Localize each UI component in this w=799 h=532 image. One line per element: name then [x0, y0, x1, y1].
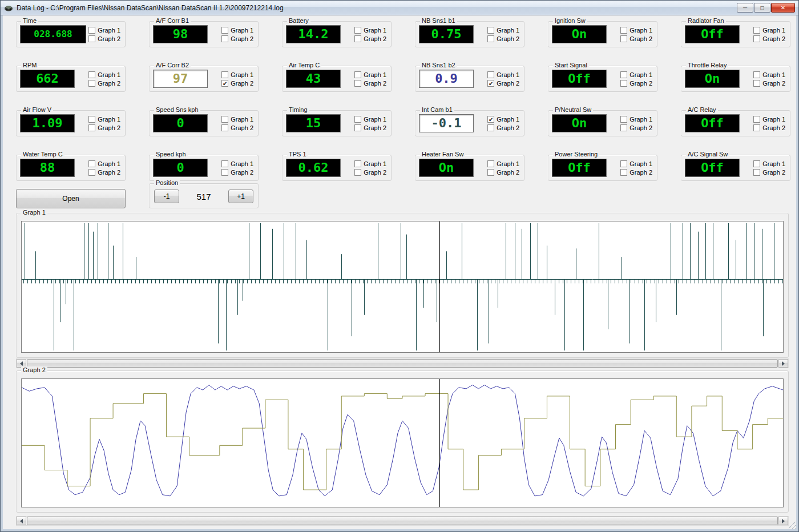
gauge-a-c-signal-sw: A/C Signal Sw Off Graph 1 Graph 2 — [681, 155, 790, 181]
gauge-start-signal: Start Signal Off Graph 1 Graph 2 — [548, 66, 657, 92]
checkbox-graph-2-radiator-fan[interactable]: Graph 2 — [753, 35, 785, 42]
checkbox-graph-1-throttle-relay[interactable]: Graph 1 — [753, 71, 785, 78]
minimize-button-icon[interactable]: ─ — [737, 3, 753, 13]
titlebar[interactable]: Data Log - C:\Program Files\Nissan DataS… — [1, 1, 798, 15]
resize-grip[interactable] — [788, 521, 796, 529]
checkbox-icon — [221, 27, 228, 34]
checkbox-graph-1-water-temp-c[interactable]: Graph 1 — [88, 160, 120, 167]
scroll-right-arrow-icon[interactable] — [778, 359, 788, 368]
checkbox-icon — [753, 71, 760, 78]
gauge-label: A/C Signal Sw — [686, 151, 729, 158]
graph1-scrollbar[interactable] — [16, 358, 789, 368]
checkbox-icon — [487, 169, 494, 176]
gauge-time: Time 028.688 Graph 1 Graph 2 — [16, 21, 126, 47]
gauge-value: 0.62 — [298, 162, 329, 174]
checkbox-graph-2-start-signal[interactable]: Graph 2 — [620, 80, 652, 87]
graph2-scrollbar-thumb[interactable] — [27, 517, 778, 525]
gauge-air-temp-c: Air Temp C 43 Graph 1 Graph 2 — [282, 66, 392, 92]
checkbox-graph-2-rpm[interactable]: Graph 2 — [88, 80, 120, 87]
checkbox-graph-1-start-signal[interactable]: Graph 1 — [620, 71, 652, 78]
checkbox-graph-2-a-c-signal-sw[interactable]: Graph 2 — [753, 169, 785, 176]
position-decrement-button[interactable]: -1 — [154, 190, 179, 203]
checkbox-graph-2-tps-1[interactable]: Graph 2 — [354, 169, 386, 176]
checkbox-graph-1-heater-fan-sw[interactable]: Graph 1 — [487, 160, 519, 167]
checkbox-graph-1-rpm[interactable]: Graph 1 — [88, 71, 120, 78]
gauge-lcd-display: 0.75 — [419, 25, 474, 43]
gauge-lcd-display: 98 — [153, 25, 208, 43]
gauge-value: -0.1 — [431, 117, 462, 130]
graph2-scrollbar[interactable] — [16, 516, 789, 526]
checkbox-graph-1-a-f-corr-b1[interactable]: Graph 1 — [221, 27, 253, 34]
checkbox-icon — [487, 124, 494, 131]
gauge-a-f-corr-b2: A/F Corr B2 97 Graph 1 ✔ Graph 2 — [149, 66, 259, 92]
checkbox-graph-2-int-cam-b1[interactable]: Graph 2 — [487, 124, 519, 131]
gauge-value: Off — [701, 28, 724, 41]
checkbox-graph-2-a-f-corr-b2[interactable]: ✔ Graph 2 — [221, 80, 253, 87]
checkbox-graph-1-nb-sns1-b2[interactable]: Graph 1 — [487, 71, 519, 78]
position-increment-button[interactable]: +1 — [228, 190, 253, 203]
gauge-value: 1.09 — [33, 117, 63, 130]
graph2-canvas[interactable] — [22, 379, 783, 507]
checkbox-icon — [753, 124, 760, 131]
checkbox-graph-2-water-temp-c[interactable]: Graph 2 — [88, 169, 120, 176]
gauge-value: On — [439, 162, 454, 174]
checkbox-graph-1-ignition-sw[interactable]: Graph 1 — [620, 27, 652, 34]
checkbox-graph-1-power-steering[interactable]: Graph 1 — [620, 160, 652, 167]
checkbox-graph-2-speed-sns-kph[interactable]: Graph 2 — [221, 124, 253, 131]
gauge-label: Heater Fan Sw — [420, 151, 465, 158]
gauge-lcd-display: 0 — [153, 159, 208, 177]
checkbox-graph-2-nb-sns1-b1[interactable]: Graph 2 — [487, 35, 519, 42]
position-group-label: Position — [154, 179, 180, 186]
gauge-lcd-display: 15 — [286, 114, 341, 132]
checkbox-graph-2-a-c-relay[interactable]: Graph 2 — [753, 124, 785, 131]
checkbox-graph-1-speed-sns-kph[interactable]: Graph 1 — [221, 116, 253, 123]
checkbox-graph-2-timing[interactable]: Graph 2 — [354, 124, 386, 131]
graph1-canvas[interactable] — [22, 221, 783, 352]
gauge-lcd-display: Off — [552, 70, 607, 88]
checkbox-graph-2-power-steering[interactable]: Graph 2 — [620, 169, 652, 176]
checkbox-graph-2-speed-kph[interactable]: Graph 2 — [221, 169, 253, 176]
checkbox-graph-1-timing[interactable]: Graph 1 — [354, 116, 386, 123]
checkbox-icon — [487, 27, 494, 34]
checkbox-graph-2-nb-sns1-b2[interactable]: ✔ Graph 2 — [487, 80, 519, 87]
checkbox-graph-2-battery[interactable]: Graph 2 — [354, 35, 386, 42]
checkbox-graph-1-a-c-signal-sw[interactable]: Graph 1 — [753, 160, 785, 167]
gauge-water-temp-c: Water Temp C 88 Graph 1 Graph 2 — [16, 155, 126, 181]
checkbox-icon — [221, 160, 228, 167]
checkbox-graph-2-a-f-corr-b1[interactable]: Graph 2 — [221, 35, 253, 42]
maximize-button-icon[interactable]: □ — [754, 3, 770, 13]
checkbox-graph-1-speed-kph[interactable]: Graph 1 — [221, 160, 253, 167]
checkbox-graph-1-air-flow-v[interactable]: Graph 1 — [88, 116, 120, 123]
gauge-value: On — [572, 28, 587, 41]
open-button[interactable]: Open — [16, 189, 126, 208]
checkbox-graph-2-throttle-relay[interactable]: Graph 2 — [753, 80, 785, 87]
gauge-value: Off — [701, 162, 724, 174]
checkbox-graph-2-time[interactable]: Graph 2 — [88, 35, 120, 42]
checkbox-graph-1-nb-sns1-b1[interactable]: Graph 1 — [487, 27, 519, 34]
checkbox-graph-2-ignition-sw[interactable]: Graph 2 — [620, 35, 652, 42]
checkbox-graph-1-a-f-corr-b2[interactable]: Graph 1 — [221, 71, 253, 78]
checkbox-graph-1-int-cam-b1[interactable]: ✔ Graph 1 — [487, 116, 519, 123]
graph1-scrollbar-thumb[interactable] — [27, 359, 778, 368]
checkbox-graph-1-tps-1[interactable]: Graph 1 — [354, 160, 386, 167]
checkbox-graph-1-a-c-relay[interactable]: Graph 1 — [753, 116, 785, 123]
checkbox-graph-2-air-flow-v[interactable]: Graph 2 — [88, 124, 120, 131]
checkbox-graph-1-air-temp-c[interactable]: Graph 1 — [354, 71, 386, 78]
checkbox-graph-2-p-neutral-sw[interactable]: Graph 2 — [620, 124, 652, 131]
checkbox-icon — [620, 160, 627, 167]
scroll-left-arrow-icon[interactable] — [17, 517, 26, 525]
gauge-value: 88 — [40, 162, 55, 174]
checkbox-graph-2-air-temp-c[interactable]: Graph 2 — [354, 80, 386, 87]
checkbox-graph-1-time[interactable]: Graph 1 — [88, 27, 120, 34]
checkbox-graph-1-p-neutral-sw[interactable]: Graph 1 — [620, 116, 652, 123]
checkbox-graph-1-battery[interactable]: Graph 1 — [354, 27, 386, 34]
checkbox-graph-2-heater-fan-sw[interactable]: Graph 2 — [487, 169, 519, 176]
checkbox-icon — [88, 71, 95, 78]
gauge-int-cam-b1: Int Cam b1 -0.1 ✔ Graph 1 Graph 2 — [415, 110, 524, 136]
gauge-value: 98 — [173, 28, 188, 41]
checkbox-graph-1-radiator-fan[interactable]: Graph 1 — [753, 27, 785, 34]
close-button-icon[interactable]: ✕ — [771, 3, 795, 13]
gauge-label: Air Temp C — [287, 62, 321, 68]
scroll-right-arrow-icon[interactable] — [778, 517, 788, 525]
checkbox-icon — [620, 71, 627, 78]
